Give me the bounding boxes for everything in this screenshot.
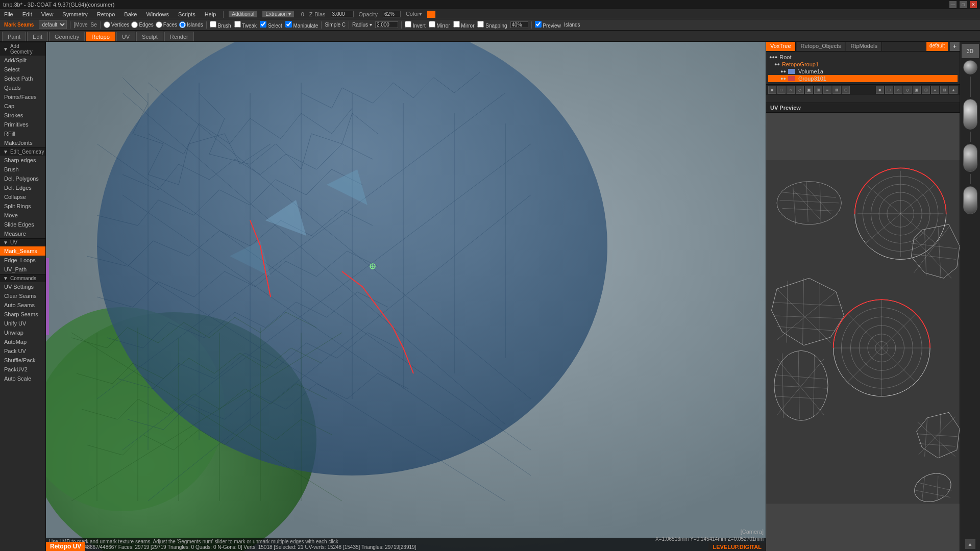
menu-symmetry[interactable]: Symmetry <box>60 11 90 17</box>
item-auto-scale[interactable]: Auto Scale <box>0 374 45 383</box>
minimize-btn[interactable]: — <box>949 1 957 8</box>
item-brush[interactable]: Brush <box>0 165 45 174</box>
item-unwrap[interactable]: Unwrap <box>0 328 45 337</box>
vtb-icon-r7[interactable]: ≡ <box>931 86 939 94</box>
section-commands[interactable]: ▼ Commands <box>0 274 45 282</box>
bottom-arrow-icon[interactable]: ▲ <box>965 539 975 549</box>
item-sharp-edges[interactable]: Sharp edges <box>0 156 45 165</box>
mirror2-check[interactable]: Mirror <box>453 21 475 29</box>
select-check[interactable]: Select <box>260 21 282 29</box>
item-collapse[interactable]: Collapse <box>0 192 45 202</box>
vtb-icon-9[interactable]: ⊡ <box>842 86 850 94</box>
vtb-icon-8[interactable]: ⊠ <box>832 86 841 94</box>
item-measure[interactable]: Measure <box>0 229 45 238</box>
item-uv-settings[interactable]: UV Settings <box>0 282 45 291</box>
vtb-icon-1[interactable]: ■ <box>768 86 776 94</box>
item-primitives[interactable]: Primitives <box>0 120 45 129</box>
item-pack-uv[interactable]: Pack UV <box>0 346 45 356</box>
menu-bake[interactable]: Bake <box>122 11 139 17</box>
tab-sculpt[interactable]: Sculpt <box>136 32 163 41</box>
item-edge-loops[interactable]: Edge_Loops <box>0 256 45 265</box>
vtb-icon-r8[interactable]: ⊠ <box>940 86 948 94</box>
item-slide-edges[interactable]: Slide Edges <box>0 220 45 229</box>
color-swatch[interactable] <box>427 11 435 18</box>
vtb-icon-6[interactable]: ⊞ <box>814 86 822 94</box>
icon-3d-view[interactable]: 3D <box>962 44 979 58</box>
item-quads[interactable]: Quads <box>0 83 45 92</box>
vtb-icon-7[interactable]: ≡ <box>823 86 831 94</box>
menu-file[interactable]: File <box>2 11 15 17</box>
vtb-icon-5[interactable]: ▣ <box>805 86 813 94</box>
item-del-polygons[interactable]: Del. Polygons <box>0 174 45 183</box>
menu-scripts[interactable]: Scripts <box>176 11 198 17</box>
sphere-icon-4[interactable] <box>963 186 977 214</box>
item-select[interactable]: Select <box>0 65 45 74</box>
invert-check[interactable]: Invert <box>405 21 426 29</box>
vtb-icon-r1[interactable]: ■ <box>876 86 884 94</box>
mirror-check[interactable]: Mirror <box>429 21 450 29</box>
sphere-icon-3[interactable] <box>963 144 977 172</box>
item-packuv2[interactable]: PackUV2 <box>0 365 45 374</box>
manipulate-check[interactable]: Manipulate <box>285 21 318 29</box>
vtb-icon-r6[interactable]: ⊞ <box>922 86 930 94</box>
item-cap[interactable]: Cap <box>0 102 45 111</box>
snapping-check[interactable]: Snapping <box>477 21 507 29</box>
vtb-icon-arr[interactable]: ▲ <box>949 86 958 94</box>
vtb-icon-r5[interactable]: ▣ <box>913 86 921 94</box>
zbias-input[interactable] <box>331 11 354 17</box>
vtb-icon-4[interactable]: ◇ <box>796 86 804 94</box>
preview-check[interactable]: Preview <box>535 21 561 29</box>
item-auto-seams[interactable]: Auto Seams <box>0 300 45 310</box>
viewport[interactable]: [Camera] Use LMB to mark and unmark text… <box>46 42 766 551</box>
tweak-check[interactable]: Tweak <box>234 21 257 29</box>
tab-paint[interactable]: Paint <box>2 32 26 41</box>
tree-volume1a[interactable]: ●● Volume1a <box>768 68 958 75</box>
item-move[interactable]: Move <box>0 211 45 220</box>
item-strokes[interactable]: Strokes <box>0 111 45 120</box>
tab-retopo[interactable]: Retopo <box>86 32 115 41</box>
item-makejoints[interactable]: MakeJoints <box>0 138 45 147</box>
item-points-faces[interactable]: Points/Faces <box>0 92 45 102</box>
item-shuffle-pack[interactable]: Shuffle/Pack <box>0 356 45 365</box>
title-bar-controls[interactable]: — □ ✕ <box>949 1 977 8</box>
tab-retopo-objects[interactable]: Retopo_Objects <box>797 42 846 51</box>
tree-group3101[interactable]: ●● Group3101 <box>768 75 958 82</box>
tab-rtpmodels[interactable]: RtpModels <box>846 42 882 51</box>
add-btn[interactable]: + <box>950 42 960 51</box>
item-split-rings[interactable]: Split Rings <box>0 202 45 211</box>
default-select[interactable]: default <box>39 20 67 29</box>
vertices-radio[interactable]: Vertices <box>104 21 130 28</box>
item-uv-path[interactable]: UV_Path <box>0 265 45 274</box>
item-add-split[interactable]: Add/Split <box>0 56 45 65</box>
section-add-geometry[interactable]: ▼ Add Geometry <box>0 42 45 56</box>
sphere-icon-1[interactable] <box>963 60 977 74</box>
item-mark-seams[interactable]: Mark_Seams <box>0 246 45 256</box>
tab-uv[interactable]: UV <box>116 32 135 41</box>
edges-radio[interactable]: Edges <box>131 21 153 28</box>
section-uv[interactable]: ▼ UV <box>0 238 45 246</box>
close-btn[interactable]: ✕ <box>970 1 977 8</box>
item-del-edges[interactable]: Del. Edges <box>0 183 45 192</box>
menu-windows[interactable]: Windows <box>144 11 171 17</box>
item-select-path[interactable]: Select Path <box>0 74 45 83</box>
vtb-icon-r2[interactable]: □ <box>885 86 893 94</box>
menu-view[interactable]: View <box>39 11 56 17</box>
vtb-icon-r3[interactable]: ○ <box>894 86 902 94</box>
additional-menu[interactable]: Additional <box>229 11 257 17</box>
extrusion-menu[interactable]: Extrusion ▾ <box>262 11 293 17</box>
item-unify-uv[interactable]: Unify UV <box>0 319 45 328</box>
item-rfill[interactable]: RFill <box>0 129 45 138</box>
tree-retopo-group[interactable]: ●● RetopoGroup1 <box>768 61 958 68</box>
tab-edit[interactable]: Edit <box>27 32 48 41</box>
maximize-btn[interactable]: □ <box>960 1 967 8</box>
tab-render[interactable]: Render <box>164 32 194 41</box>
menu-edit[interactable]: Edit <box>20 11 34 17</box>
snapping-value[interactable] <box>510 21 528 28</box>
brush-check[interactable]: Brush <box>210 21 231 29</box>
opacity-input[interactable] <box>383 11 401 17</box>
item-sharp-seams[interactable]: Sharp Seams <box>0 310 45 319</box>
menu-help[interactable]: Help <box>203 11 218 17</box>
menu-retopo[interactable]: Retopo <box>95 11 117 17</box>
faces-radio[interactable]: Faces <box>156 21 177 28</box>
vtb-icon-r4[interactable]: ◇ <box>903 86 912 94</box>
